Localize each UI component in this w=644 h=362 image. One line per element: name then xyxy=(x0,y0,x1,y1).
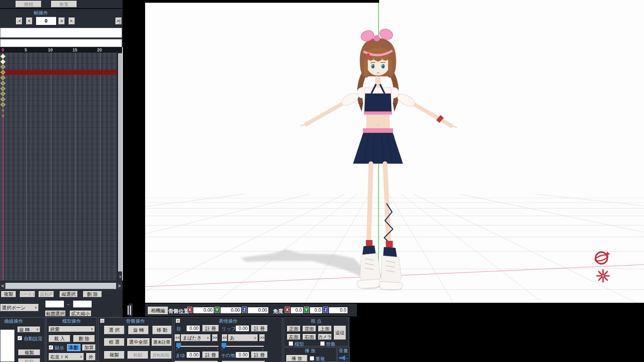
view-left-button[interactable]: 左面 xyxy=(287,334,301,340)
keyframe-diamond[interactable] xyxy=(0,64,5,69)
curve-paste-button[interactable]: 粘貼 xyxy=(18,358,41,362)
range-select-button[interactable]: 範囲選択 xyxy=(45,310,66,317)
model-view-checkbox[interactable] xyxy=(288,341,293,346)
keyframe-burst[interactable]: ✳ xyxy=(1,113,5,118)
move-gizmo-icon[interactable] xyxy=(596,269,610,283)
range-to-input[interactable] xyxy=(73,300,92,308)
bone-select-unregistered-button[interactable]: 選未註冊 xyxy=(151,338,172,346)
repeat-checkbox[interactable] xyxy=(309,356,314,361)
eye-morph-next-button[interactable]: >> xyxy=(212,334,218,342)
lip-value-field[interactable]: 0.00 xyxy=(235,325,249,332)
eye-morph-slider[interactable] xyxy=(176,346,218,347)
other-value-field[interactable]: 0.00 xyxy=(235,351,249,358)
curve-copy-button[interactable]: 複製 xyxy=(18,349,41,356)
keyframe-diamond[interactable] xyxy=(0,75,5,80)
bone-select-all-button[interactable]: 選中全部 xyxy=(127,338,150,346)
view-follow-button[interactable]: 追従 xyxy=(334,325,346,340)
horizontal-scrollbar-thumb[interactable] xyxy=(5,283,116,289)
lip-register-button[interactable]: 註 冊 xyxy=(251,325,268,332)
zoom-select-button[interactable]: 拡大縮小 xyxy=(69,310,92,317)
bone-move-button[interactable]: 移 動 xyxy=(152,325,172,335)
pos-z-field[interactable]: 0.00 xyxy=(247,307,269,314)
model-load-button[interactable]: 載 入 xyxy=(48,335,71,343)
pos-x-field[interactable]: 0.00 xyxy=(193,307,214,314)
camera-edit-button[interactable]: 相機編 xyxy=(147,306,169,315)
play-button[interactable]: 播 放 xyxy=(286,355,308,362)
frame-nextstep-button[interactable]: >. xyxy=(68,17,75,25)
scroll-right-icon[interactable]: > xyxy=(117,283,122,290)
paste-button[interactable]: ペースト xyxy=(20,291,35,298)
eye-value-field[interactable]: 0.00 xyxy=(186,325,200,332)
scroll-left-icon[interactable]: < xyxy=(0,283,5,290)
other-register-button[interactable]: 註 冊 xyxy=(251,351,268,358)
view-top-button[interactable]: 上面 xyxy=(318,325,332,332)
model-delete-button[interactable]: 刪 除 xyxy=(73,335,95,343)
rot-x-field[interactable]: 0.0 xyxy=(290,307,303,314)
keyframe-diamond[interactable] xyxy=(0,102,5,107)
curve-rotate-dropdown[interactable]: 旋 轉 ∨ xyxy=(17,326,41,333)
lip-morph-slider[interactable] xyxy=(222,346,264,347)
other-morph-dropdown-partial[interactable] xyxy=(222,360,265,362)
frame-last-button[interactable]: >| xyxy=(115,17,122,25)
interpolation-curve-box[interactable] xyxy=(0,329,15,362)
viewport-3d[interactable] xyxy=(123,0,644,303)
volume-minus-icon[interactable]: - xyxy=(346,355,348,360)
rotate-gizmo-icon[interactable] xyxy=(594,252,610,264)
display-checkbox[interactable]: ✓ xyxy=(48,345,53,350)
delete-button[interactable]: 刪 除 xyxy=(83,291,102,298)
frame-next-button[interactable]: > xyxy=(58,17,65,25)
additive-button[interactable]: 加算 xyxy=(82,344,96,351)
pos-y-field[interactable]: 0.00 xyxy=(220,307,241,314)
slider-tick xyxy=(263,348,263,350)
brow-value-field[interactable]: 0.00 xyxy=(186,351,200,358)
copy-button[interactable]: 複製 xyxy=(1,291,16,298)
frame-first-button[interactable]: .< xyxy=(16,17,23,25)
column-select-button[interactable]: 縦選択 xyxy=(59,291,78,298)
auto-set-checkbox[interactable]: ✓ xyxy=(17,336,22,341)
eye-morph-dropdown[interactable]: まばたき ∨ xyxy=(181,334,211,342)
view-front-button[interactable]: 正面 xyxy=(287,325,301,332)
redo-button[interactable]: 恢复 xyxy=(51,0,77,8)
outer-button[interactable]: 外 xyxy=(86,353,96,361)
bone-select-dropdown[interactable]: 選択ポーン ∨ xyxy=(0,304,39,312)
bone-box-select-button[interactable]: 框 選 xyxy=(104,338,125,346)
keyframe-diamond[interactable] xyxy=(0,54,5,59)
keyframe-diamond[interactable] xyxy=(0,97,5,102)
horizontal-scrollbar[interactable]: < > xyxy=(0,283,122,290)
bone-copy-button[interactable]: 複製 xyxy=(104,351,125,359)
frame-prev-button[interactable]: < xyxy=(26,17,33,25)
range-from-input[interactable] xyxy=(45,300,64,308)
brow-register-button[interactable]: 註 冊 xyxy=(202,351,219,358)
bone-ik-dropdown[interactable]: 右足ＩＫ ∨ xyxy=(48,353,84,361)
lip-morph-prev-button[interactable]: << xyxy=(222,334,228,342)
timeline-ruler[interactable]: 0 5 10 15 20 xyxy=(0,47,122,53)
flip-paste-button[interactable]: 反転P xyxy=(38,291,54,298)
bone-select-button[interactable]: 選 択 xyxy=(104,325,125,335)
bone-rotate-button[interactable]: 旋 轉 xyxy=(128,325,149,335)
brow-morph-dropdown-partial[interactable] xyxy=(174,360,218,362)
keyframe-diamond[interactable] xyxy=(0,86,5,91)
drag-grip[interactable] xyxy=(130,305,131,315)
keyframe-diamond[interactable] xyxy=(0,59,5,64)
self-shadow-toggle[interactable]: 本影 xyxy=(67,344,80,351)
lip-morph-dropdown[interactable]: あ ∨ xyxy=(228,334,258,342)
eye-register-button[interactable]: 註 冊 xyxy=(202,325,219,332)
view-camera-button[interactable]: カメラ xyxy=(318,334,332,340)
bone-view-checkbox[interactable] xyxy=(320,341,325,346)
drag-grip[interactable] xyxy=(128,305,129,315)
rot-y-field[interactable]: 0.0 xyxy=(309,307,323,314)
rot-z-field[interactable]: 0.0 xyxy=(328,307,348,314)
eye-morph-prev-button[interactable]: << xyxy=(174,334,181,342)
keyframe-diamond[interactable] xyxy=(0,91,5,96)
view-right-button[interactable]: 右面 xyxy=(302,334,316,340)
lip-morph-next-button[interactable]: >> xyxy=(259,334,265,342)
frame-number-input[interactable]: 0 xyxy=(35,16,57,25)
view-back-button[interactable]: 背面 xyxy=(302,325,316,332)
bone-flip-paste-button[interactable]: 反転粘貼 xyxy=(150,351,172,359)
undo-button[interactable]: 撤销 xyxy=(15,0,42,8)
keyframe-diamond[interactable] xyxy=(0,81,5,86)
keyframe-grid[interactable]: ✳ ✳ xyxy=(0,53,117,281)
bone-paste-button[interactable]: 粘貼 xyxy=(127,351,149,359)
keyframe-burst[interactable]: ✳ xyxy=(1,108,5,113)
model-select-dropdown[interactable]: 絆愛 ∨ xyxy=(48,326,95,332)
